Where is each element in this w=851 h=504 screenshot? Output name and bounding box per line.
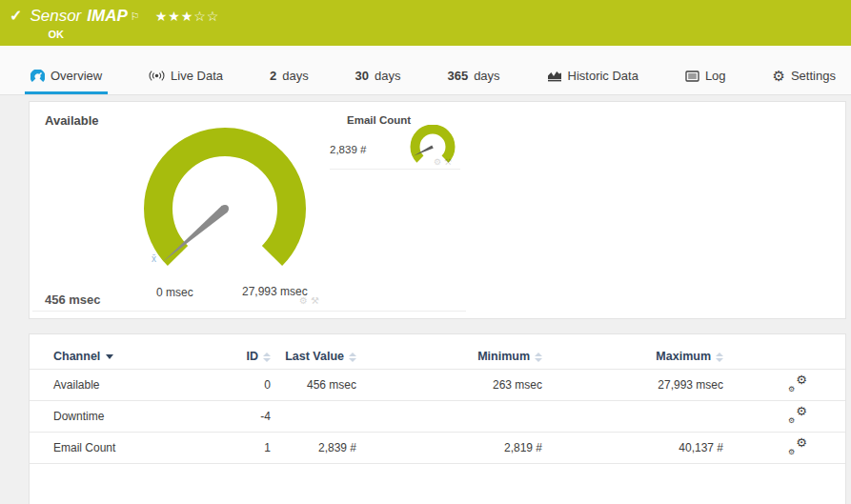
tab-label: days xyxy=(474,69,499,83)
channel-last-value xyxy=(271,401,356,433)
available-current-value: 456 msec xyxy=(45,292,101,307)
priority-star-rating[interactable]: ★★★☆☆ xyxy=(155,9,220,24)
gear-icon[interactable]: ⚙ xyxy=(299,295,311,306)
available-gauge-title: Available xyxy=(45,113,99,128)
average-marker: x̄ xyxy=(152,253,156,264)
gear-icon[interactable]: ⚙ xyxy=(434,157,444,167)
tools-icon[interactable]: ⚒ xyxy=(444,157,455,167)
tab-number: 30 xyxy=(355,69,369,83)
gear-icon: ⚙ xyxy=(788,385,795,393)
sort-icon xyxy=(535,353,542,362)
column-header-last-value[interactable]: Last Value xyxy=(271,334,356,370)
gauges-panel: Available x̄ 0 msec 27,993 msec 456 msec… xyxy=(29,101,846,319)
available-scale-min: 0 msec xyxy=(156,286,193,299)
tab-log[interactable]: Log xyxy=(679,69,732,94)
channel-id: -4 xyxy=(206,401,271,433)
gear-icon: ⚙ xyxy=(788,448,795,456)
column-header-minimum[interactable]: Minimum xyxy=(356,334,542,370)
tab-label: Historic Data xyxy=(568,69,638,83)
channel-name: Email Count xyxy=(30,433,206,464)
channel-settings-icon[interactable]: ⚙⚙ xyxy=(788,438,807,454)
channel-maximum: 27,993 msec xyxy=(542,370,723,401)
channel-name: Available xyxy=(30,370,206,401)
column-header-settings xyxy=(723,334,845,370)
table-row: Downtime -4 ⚙⚙ xyxy=(30,401,845,433)
channel-id: 1 xyxy=(206,433,271,464)
gear-icon: ⚙ xyxy=(796,435,807,450)
channel-id: 0 xyxy=(206,370,271,401)
gear-icon: ⚙ xyxy=(796,373,807,387)
column-label: Maximum xyxy=(656,350,711,363)
channel-minimum xyxy=(356,401,542,433)
tab-label: Live Data xyxy=(171,69,223,83)
sensor-type-label: Sensor xyxy=(30,7,81,25)
column-label: Channel xyxy=(53,350,100,363)
sensor-name: IMAP xyxy=(87,7,128,25)
gear-icon: ⚙ xyxy=(773,70,785,83)
tab-label: Settings xyxy=(791,69,836,83)
tab-historic-data[interactable]: Historic Data xyxy=(541,69,644,94)
channel-maximum xyxy=(542,401,723,433)
gear-icon: ⚙ xyxy=(788,416,795,425)
divider xyxy=(32,311,466,312)
available-gauge: x̄ xyxy=(125,113,325,300)
sort-icon xyxy=(716,353,723,362)
tab-label: days xyxy=(282,69,308,83)
email-count-current-value: 2,839 # xyxy=(330,144,366,155)
available-gauge-settings-icons[interactable]: ⚙⚒ xyxy=(299,295,322,306)
email-gauge-settings-icons[interactable]: ⚙⚒ xyxy=(434,157,455,167)
sort-icon xyxy=(349,353,356,362)
available-scale-max: 27,993 msec xyxy=(242,285,308,298)
channel-last-value: 456 msec xyxy=(271,370,356,401)
tab-overview[interactable]: Overview xyxy=(25,69,108,94)
tab-365-days[interactable]: 365 days xyxy=(441,69,505,94)
tab-2-days[interactable]: 2 days xyxy=(264,69,314,94)
sensor-header: ✓ SensorIMAP⚐★★★☆☆ OK xyxy=(0,0,851,46)
column-header-maximum[interactable]: Maximum xyxy=(542,334,723,370)
channel-minimum: 2,819 # xyxy=(356,433,542,464)
channel-table: Channel ID Last Value Minimum Maximum xyxy=(30,334,845,464)
column-label: Last Value xyxy=(285,350,344,363)
channel-last-value: 2,839 # xyxy=(271,433,356,464)
tab-number: 365 xyxy=(447,69,468,83)
log-icon xyxy=(685,71,699,82)
tab-live-data[interactable]: Live Data xyxy=(143,69,229,94)
tab-bar: Overview Live Data 2 days 30 days 365 da… xyxy=(0,46,851,95)
channel-settings-icon[interactable]: ⚙⚙ xyxy=(788,375,807,392)
column-header-id[interactable]: ID xyxy=(206,334,271,370)
tools-icon[interactable]: ⚒ xyxy=(311,295,322,306)
column-label: ID xyxy=(247,350,259,363)
table-header-row: Channel ID Last Value Minimum Maximum xyxy=(30,334,845,370)
tab-30-days[interactable]: 30 days xyxy=(350,69,407,94)
table-row: Email Count 1 2,839 # 2,819 # 40,137 # ⚙… xyxy=(30,433,845,464)
tab-number: 2 xyxy=(270,69,276,83)
page-title: SensorIMAP⚐★★★☆☆ xyxy=(30,7,219,26)
table-row: Available 0 456 msec 263 msec 27,993 mse… xyxy=(30,370,845,401)
tab-label: Overview xyxy=(51,69,102,83)
status-check-icon: ✓ xyxy=(10,7,22,26)
gauge-icon xyxy=(30,70,45,83)
channel-settings-icon[interactable]: ⚙⚙ xyxy=(788,407,807,423)
historic-chart-icon xyxy=(547,70,562,82)
channel-name: Downtime xyxy=(30,401,206,433)
divider xyxy=(330,169,460,170)
channel-table-panel: Channel ID Last Value Minimum Maximum xyxy=(29,333,846,504)
tab-settings[interactable]: ⚙ Settings xyxy=(767,69,841,94)
channel-maximum: 40,137 # xyxy=(542,433,723,464)
live-data-icon xyxy=(149,70,165,82)
flag-icon: ⚐ xyxy=(131,10,140,22)
column-header-channel[interactable]: Channel xyxy=(30,334,206,370)
status-badge: OK xyxy=(48,29,219,40)
gear-icon: ⚙ xyxy=(796,404,807,418)
sort-icon xyxy=(263,353,271,362)
tab-label: Log xyxy=(705,69,726,83)
column-label: Minimum xyxy=(477,350,530,363)
sort-desc-icon xyxy=(106,354,113,359)
tab-label: days xyxy=(375,69,400,83)
channel-minimum: 263 msec xyxy=(356,370,542,401)
email-count-gauge-title: Email Count xyxy=(347,114,411,126)
